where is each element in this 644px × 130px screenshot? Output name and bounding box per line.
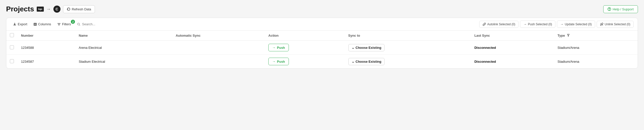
header-left: Projects logo → C Refresh Data	[6, 5, 95, 13]
table-row: 1234587 Stadium Electrical → Push ⌄ Choo…	[6, 55, 638, 69]
header-name: Name	[75, 31, 172, 41]
header-number: Number	[17, 31, 75, 41]
row-last-sync: Disconnected	[471, 55, 554, 69]
header-automatic-sync: Automatic Sync	[172, 31, 265, 41]
update-arrow-icon: →	[560, 22, 564, 26]
filters-icon	[57, 23, 61, 26]
svg-point-1	[609, 10, 609, 10]
help-label: Help / Support	[613, 7, 634, 11]
push-arrow-icon: →	[272, 46, 276, 50]
push-button-0[interactable]: → Push	[268, 44, 289, 51]
push-selected-button[interactable]: → Push Selected (0)	[520, 20, 555, 28]
refresh-label: Refresh Data	[72, 7, 91, 11]
push-arrow-icon: →	[272, 59, 276, 63]
chevron-down-icon: ⌄	[352, 46, 354, 50]
svg-rect-4	[35, 23, 36, 25]
filters-label: Filters	[62, 22, 71, 26]
choose-existing-label: Choose Existing	[356, 46, 381, 50]
page-title: Projects	[6, 5, 34, 13]
refresh-icon	[67, 7, 70, 11]
row-automatic-sync	[172, 55, 265, 69]
row-action: → Push	[265, 55, 345, 69]
last-sync-value: Disconnected	[474, 46, 496, 50]
refresh-data-button[interactable]: Refresh Data	[63, 5, 95, 13]
arrow-right-icon: →	[523, 22, 527, 26]
chevron-down-icon: ⌄	[352, 60, 354, 63]
row-automatic-sync	[172, 41, 265, 55]
toolbar-right: Autolink Selected (0) → Push Selected (0…	[479, 20, 634, 28]
row-number: 1234587	[17, 55, 75, 69]
row-action: → Push	[265, 41, 345, 55]
columns-icon	[33, 23, 37, 26]
choose-existing-button-0[interactable]: ⌄ Choose Existing	[348, 44, 385, 51]
columns-button[interactable]: Columns	[31, 21, 54, 28]
unlink-selected-label: Unlink Selected (0)	[605, 23, 630, 26]
row-type: Stadium/Arena	[554, 41, 638, 55]
row-checkbox-0[interactable]	[10, 45, 14, 49]
filters-button[interactable]: Filters	[55, 21, 73, 28]
table-header-row: Number Name Automatic Sync Action Sync t…	[6, 31, 638, 41]
autolink-selected-button[interactable]: Autolink Selected (0)	[479, 21, 519, 28]
help-icon	[608, 7, 611, 11]
unlink-icon	[600, 23, 603, 26]
header-right: Help / Support	[603, 5, 638, 13]
unlink-selected-button[interactable]: Unlink Selected (0)	[597, 21, 634, 28]
push-label: Push	[277, 46, 285, 50]
row-number: 1234588	[17, 41, 75, 55]
row-sync-to: ⌄ Choose Existing	[345, 55, 471, 69]
export-icon	[13, 23, 16, 26]
header-action: Action	[265, 31, 345, 41]
update-selected-button[interactable]: → Update Selected (0)	[557, 20, 595, 28]
c-logo-icon: C	[53, 6, 61, 13]
row-checkbox-1[interactable]	[10, 59, 14, 63]
autolink-label: Autolink Selected (0)	[487, 23, 515, 26]
link-icon	[482, 23, 486, 26]
projects-table: Number Name Automatic Sync Action Sync t…	[6, 31, 638, 68]
svg-marker-7	[568, 34, 570, 36]
push-selected-label: Push Selected (0)	[528, 23, 552, 26]
last-sync-value: Disconnected	[474, 60, 496, 63]
columns-label: Columns	[38, 22, 51, 26]
select-all-checkbox[interactable]	[10, 33, 14, 37]
header-type: Type	[554, 31, 638, 41]
table-body: 1234588 Arena Electrical → Push ⌄ Choose…	[6, 41, 638, 69]
header-sync-to: Sync to	[345, 31, 471, 41]
export-label: Export	[18, 22, 27, 26]
export-button[interactable]: Export	[10, 21, 30, 28]
row-name: Stadium Electrical	[75, 55, 172, 69]
search-icon	[77, 23, 80, 26]
choose-existing-label: Choose Existing	[356, 60, 381, 63]
header-last-sync: Last Sync	[471, 31, 554, 41]
page-wrapper: Projects logo → C Refresh Data	[0, 0, 644, 130]
update-selected-label: Update Selected (0)	[565, 23, 592, 26]
row-sync-to: ⌄ Choose Existing	[345, 41, 471, 55]
header-checkbox-cell	[6, 31, 17, 41]
row-checkbox-cell	[6, 55, 17, 69]
search-input[interactable]	[82, 22, 133, 26]
help-support-button[interactable]: Help / Support	[603, 5, 638, 13]
choose-existing-button-1[interactable]: ⌄ Choose Existing	[348, 58, 385, 65]
row-type: Stadium/Arena	[554, 55, 638, 69]
logo-icon: logo	[37, 7, 44, 12]
push-button-1[interactable]: → Push	[268, 58, 289, 65]
toolbar: Export Columns Filters	[6, 18, 638, 31]
filters-button-wrap: Filters 2	[55, 21, 73, 28]
search-wrap	[74, 21, 135, 27]
table-container: Export Columns Filters	[6, 18, 638, 69]
table-row: 1234588 Arena Electrical → Push ⌄ Choose…	[6, 41, 638, 55]
row-last-sync: Disconnected	[471, 41, 554, 55]
toolbar-left: Export Columns Filters	[10, 21, 478, 28]
type-filter-icon[interactable]	[567, 34, 570, 37]
push-label: Push	[277, 60, 285, 63]
row-name: Arena Electrical	[75, 41, 172, 55]
row-checkbox-cell	[6, 41, 17, 55]
arrow-icon: →	[46, 7, 51, 12]
page-header: Projects logo → C Refresh Data	[6, 5, 638, 13]
